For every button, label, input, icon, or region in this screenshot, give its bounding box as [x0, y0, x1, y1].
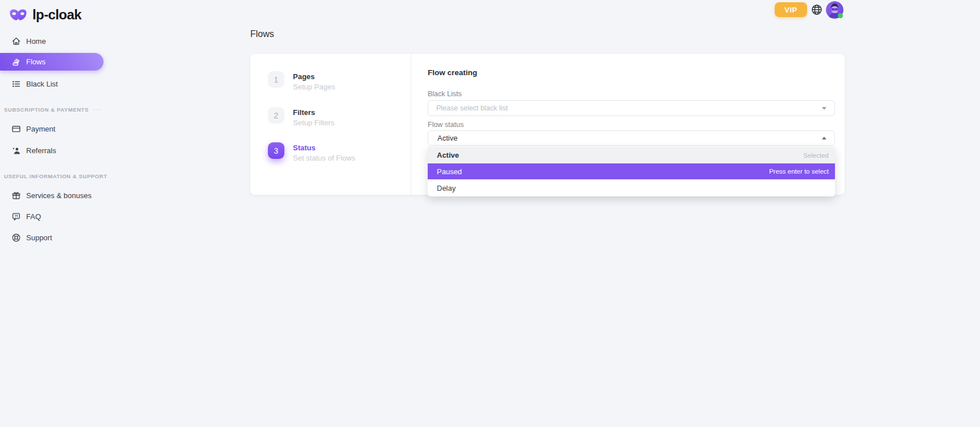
option-label: Paused — [437, 167, 462, 176]
option-active[interactable]: Active Selected — [428, 147, 835, 163]
faq-bubble-icon: ?! — [11, 212, 21, 222]
option-label: Active — [437, 151, 459, 159]
sidebar-item-referrals[interactable]: Referrals — [0, 142, 104, 159]
gift-icon — [11, 191, 21, 201]
sidebar-item-services[interactable]: Services & bonuses — [0, 187, 104, 204]
option-hint: Selected — [803, 152, 829, 159]
flow-wizard-card: 1 Pages Setup Pages 2 Filters Setup Filt… — [250, 54, 845, 195]
black-lists-select[interactable]: Please select black list — [428, 100, 835, 116]
card-divider — [411, 54, 411, 195]
step-number-badge: 2 — [268, 107, 284, 124]
sidebar-item-label: Flows — [26, 58, 46, 66]
step-subtitle: Set status of Flows — [293, 154, 355, 162]
svg-text:?!: ?! — [14, 214, 18, 219]
wizard-step-filters[interactable]: 2 Filters Setup Filters — [268, 107, 334, 127]
list-icon — [11, 79, 21, 89]
sidebar-item-payment[interactable]: Payment — [0, 120, 104, 138]
sidebar-item-home[interactable]: Home — [0, 32, 104, 50]
form-title: Flow creating — [428, 68, 477, 77]
sidebar-section-subscription: SUBSCRIPTION & PAYMENTS — [4, 106, 102, 113]
black-lists-placeholder: Please select black list — [436, 104, 508, 112]
flow-status-label: Flow status — [428, 121, 464, 129]
step-number-badge: 3 — [268, 142, 284, 159]
sidebar-item-label: Services & bonuses — [26, 191, 92, 200]
sidebar-item-support[interactable]: Support — [0, 229, 104, 247]
referral-user-icon — [11, 146, 21, 156]
step-title: Pages — [293, 71, 335, 81]
vip-button[interactable]: VIP — [775, 2, 807, 17]
sidebar-item-label: FAQ — [26, 212, 41, 221]
wizard-step-pages[interactable]: 1 Pages Setup Pages — [268, 71, 335, 91]
logo[interactable]: lp-cloak — [8, 3, 81, 26]
sidebar-item-label: Payment — [26, 125, 55, 133]
option-delay[interactable]: Delay — [428, 179, 835, 196]
flow-status-value: Active — [437, 134, 457, 142]
step-title: Status — [293, 142, 355, 152]
mask-logo-icon — [8, 7, 28, 22]
sidebar-item-label: Black List — [26, 80, 58, 88]
step-number-badge: 1 — [268, 71, 284, 88]
black-lists-label: Black Lists — [428, 90, 462, 98]
step-subtitle: Setup Pages — [293, 83, 335, 91]
page-title: Flows — [250, 29, 274, 39]
logo-text: lp-cloak — [32, 7, 81, 23]
flow-status-dropdown: Active Selected Paused Press enter to se… — [428, 147, 835, 196]
sidebar: lp-cloak Home Flows Black List SUBSCRIP — [0, 0, 104, 427]
sidebar-item-label: Referrals — [26, 146, 56, 155]
sidebar-item-label: Support — [26, 233, 52, 242]
flows-icon — [11, 57, 21, 67]
sidebar-item-faq[interactable]: ?! FAQ — [0, 208, 104, 225]
sidebar-item-label: Home — [26, 37, 46, 46]
flow-status-select[interactable]: Active — [428, 130, 835, 146]
step-title: Filters — [293, 107, 334, 117]
step-subtitle: Setup Filters — [293, 118, 334, 127]
option-hint: Press enter to select — [769, 168, 829, 175]
credit-card-icon — [11, 124, 21, 134]
home-icon — [11, 36, 21, 47]
chevron-up-icon — [822, 137, 826, 139]
wizard-step-status[interactable]: 3 Status Set status of Flows — [268, 142, 355, 162]
online-status-dot — [838, 13, 843, 18]
sidebar-item-black-list[interactable]: Black List — [0, 75, 104, 93]
option-label: Delay — [437, 184, 456, 192]
sidebar-item-flows[interactable]: Flows — [0, 53, 104, 71]
option-paused[interactable]: Paused Press enter to select — [428, 163, 835, 179]
chevron-down-icon — [822, 107, 826, 110]
language-globe-icon[interactable] — [811, 4, 822, 15]
sidebar-section-support: USEFUL INFORMATION & SUPPORT — [4, 173, 102, 179]
lifebuoy-icon — [11, 233, 21, 243]
